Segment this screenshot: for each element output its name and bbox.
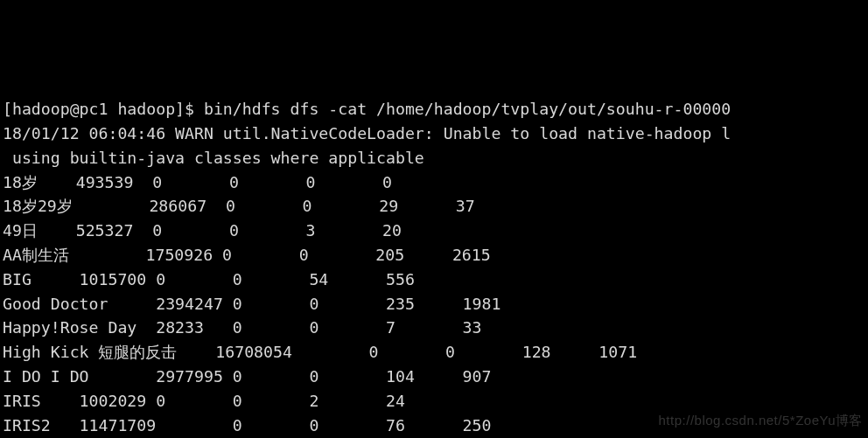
data-row: 18岁 493539 0 0 0 0: [3, 170, 865, 195]
data-row: 49日 525327 0 0 3 20: [3, 219, 865, 243]
data-row: 18岁29岁 286067 0 0 29 37: [3, 194, 865, 219]
terminal-output[interactable]: [hadoop@pc1 hadoop]$ bin/hdfs dfs -cat /…: [0, 97, 868, 438]
data-row: Good Doctor 2394247 0 0 235 1981: [3, 292, 865, 316]
warn-line-2: using builtin-java classes where applica…: [3, 146, 865, 170]
data-row: AA制生活 1750926 0 0 205 2615: [3, 243, 865, 268]
shell-prompt: [hadoop@pc1 hadoop]$: [3, 100, 204, 118]
data-row: IRIS2 11471709 0 0 76 250: [3, 414, 865, 438]
data-row: High Kick 短腿的反击 16708054 0 0 128 1071: [3, 340, 865, 365]
typed-command: bin/hdfs dfs -cat /home/hadoop/tvplay/ou…: [204, 100, 731, 118]
data-row: IRIS 1002029 0 0 2 24: [3, 389, 865, 414]
command-line: [hadoop@pc1 hadoop]$ bin/hdfs dfs -cat /…: [3, 97, 865, 122]
data-row: I DO I DO 2977995 0 0 104 907: [3, 365, 865, 389]
data-row: BIG 1015700 0 0 54 556: [3, 268, 865, 292]
warn-line-1: 18/01/12 06:04:46 WARN util.NativeCodeLo…: [3, 122, 865, 146]
data-row: Happy!Rose Day 28233 0 0 7 33: [3, 316, 865, 340]
